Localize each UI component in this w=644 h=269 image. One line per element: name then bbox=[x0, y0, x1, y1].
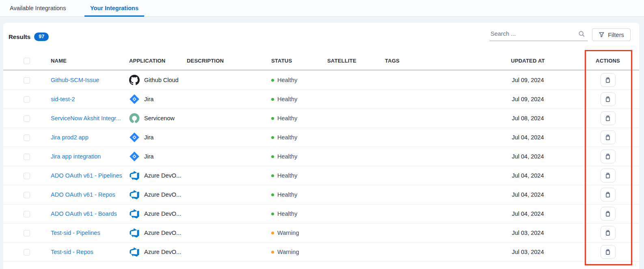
column-header-status: STATUS bbox=[271, 58, 327, 64]
updated-at: Jul 03, 2024 bbox=[487, 249, 568, 255]
application-name: Azure DevO... bbox=[144, 230, 181, 236]
jira-icon bbox=[129, 132, 140, 143]
status-label: Warning bbox=[277, 230, 299, 236]
application-name: Azure DevO... bbox=[144, 210, 181, 217]
status-dot bbox=[271, 213, 274, 215]
status-label: Healthy bbox=[277, 77, 297, 83]
trash-icon bbox=[605, 96, 611, 102]
application-name: Servicenow bbox=[144, 115, 175, 121]
tab-your-integrations[interactable]: Your Integrations bbox=[84, 0, 144, 17]
status-dot bbox=[271, 98, 274, 101]
filter-funnel-icon bbox=[599, 32, 605, 38]
trash-icon bbox=[605, 191, 611, 198]
results-count-badge: 97 bbox=[34, 33, 49, 41]
filters-button[interactable]: Filters bbox=[592, 28, 631, 41]
search-box bbox=[490, 28, 588, 41]
row-checkbox[interactable] bbox=[24, 154, 30, 160]
filters-button-label: Filters bbox=[608, 32, 624, 38]
status-label: Healthy bbox=[277, 153, 297, 160]
jira-icon bbox=[129, 94, 140, 104]
status-dot bbox=[271, 79, 274, 82]
integration-name-link[interactable]: Jira prod2 app bbox=[51, 134, 89, 141]
integration-name-link[interactable]: Test-sid - Repos bbox=[51, 249, 93, 255]
row-checkbox[interactable] bbox=[24, 173, 30, 179]
row-checkbox[interactable] bbox=[24, 249, 30, 256]
delete-button[interactable] bbox=[601, 169, 616, 182]
integration-name-link[interactable]: sid-test-2 bbox=[51, 96, 75, 102]
column-header-tags: TAGS bbox=[385, 58, 487, 64]
column-header-description: DESCRIPTION bbox=[187, 58, 271, 64]
row-checkbox[interactable] bbox=[24, 211, 30, 217]
table-row: Test-sid - Pipelines Azure DevO... Warni… bbox=[3, 223, 639, 243]
integration-name-link[interactable]: Github-SCM-Issue bbox=[51, 77, 99, 83]
tab-available-integrations[interactable]: Available Integrations bbox=[10, 0, 66, 17]
trash-icon bbox=[605, 172, 611, 179]
delete-button[interactable] bbox=[601, 150, 616, 163]
updated-at: Jul 09, 2024 bbox=[487, 77, 568, 83]
table-row: sid-test-2 Jira Healthy Jul 09, 2024 bbox=[3, 90, 639, 109]
trash-icon bbox=[605, 77, 611, 83]
status-label: Healthy bbox=[277, 191, 297, 198]
application-name: Azure DevO... bbox=[144, 249, 181, 255]
azure-devops-icon bbox=[129, 208, 140, 219]
search-input[interactable] bbox=[490, 30, 578, 39]
table-header-row: NAME APPLICATION DESCRIPTION STATUS SATE… bbox=[3, 52, 639, 71]
status-label: Warning bbox=[277, 249, 299, 255]
jira-icon bbox=[129, 151, 140, 162]
row-checkbox[interactable] bbox=[24, 192, 30, 198]
status-dot bbox=[271, 174, 274, 177]
github-icon bbox=[129, 75, 140, 85]
table-row: ADO OAuth v61 - Boards Azure DevO... Hea… bbox=[3, 204, 639, 223]
column-header-actions: ACTIONS bbox=[577, 58, 639, 64]
search-icon bbox=[578, 30, 585, 37]
status-label: Healthy bbox=[277, 134, 297, 141]
table-row: Jira prod2 app Jira Healthy Jul 04, 2024 bbox=[3, 128, 639, 147]
table-row: Github-SCM-Issue Github Cloud Healthy Ju… bbox=[3, 71, 639, 90]
delete-button[interactable] bbox=[601, 188, 616, 202]
integration-name-link[interactable]: ADO OAuth v61 - Pipelines bbox=[51, 172, 122, 179]
integration-name-link[interactable]: ADO OAuth v61 - Boards bbox=[51, 210, 117, 217]
delete-button[interactable] bbox=[601, 111, 616, 125]
column-header-name: NAME bbox=[51, 58, 129, 64]
updated-at: Jul 09, 2024 bbox=[487, 96, 568, 102]
delete-button[interactable] bbox=[601, 226, 616, 240]
table-row: ADO OAuth v61 - Repos Azure DevO... Heal… bbox=[3, 185, 639, 204]
updated-at: Jul 08, 2024 bbox=[487, 115, 568, 121]
table-row: ADO OAuth v61 - Pipelines Azure DevO... … bbox=[3, 166, 639, 185]
status-dot bbox=[271, 155, 274, 158]
azure-devops-icon bbox=[129, 170, 140, 181]
application-name: Jira bbox=[144, 134, 153, 141]
row-checkbox[interactable] bbox=[24, 134, 30, 141]
updated-at: Jul 04, 2024 bbox=[487, 153, 568, 160]
application-name: Github Cloud bbox=[144, 77, 179, 83]
status-dot bbox=[271, 117, 274, 120]
delete-button[interactable] bbox=[601, 73, 616, 87]
servicenow-icon bbox=[129, 113, 140, 124]
status-label: Healthy bbox=[277, 210, 297, 217]
select-all-checkbox[interactable] bbox=[24, 58, 30, 64]
trash-icon bbox=[605, 134, 611, 141]
row-checkbox[interactable] bbox=[24, 115, 30, 122]
azure-devops-icon bbox=[129, 228, 140, 238]
status-dot bbox=[271, 251, 274, 254]
integration-name-link[interactable]: ADO OAuth v61 - Repos bbox=[51, 191, 115, 198]
integration-name-link[interactable]: ServiceNow Akshit Integr... bbox=[51, 115, 121, 121]
toolbar: Results 97 Filters bbox=[3, 23, 639, 52]
delete-button[interactable] bbox=[601, 207, 616, 221]
row-checkbox[interactable] bbox=[24, 230, 30, 236]
delete-button[interactable] bbox=[601, 92, 616, 106]
table-row: Test-sid - Repos Azure DevO... Warning J… bbox=[3, 243, 639, 262]
row-checkbox[interactable] bbox=[24, 96, 30, 103]
trash-icon bbox=[605, 153, 611, 160]
results-label: Results bbox=[9, 33, 30, 40]
delete-button[interactable] bbox=[601, 245, 616, 259]
row-checkbox[interactable] bbox=[24, 77, 30, 84]
application-name: Azure DevO... bbox=[144, 172, 181, 179]
delete-button[interactable] bbox=[601, 130, 616, 144]
integration-name-link[interactable]: Jira app integration bbox=[51, 153, 101, 160]
application-name: Jira bbox=[144, 96, 153, 102]
integrations-panel: Results 97 Filters NAME bbox=[3, 23, 639, 269]
integration-name-link[interactable]: Test-sid - Pipelines bbox=[51, 230, 100, 236]
azure-devops-icon bbox=[129, 247, 140, 257]
status-dot bbox=[271, 232, 274, 234]
